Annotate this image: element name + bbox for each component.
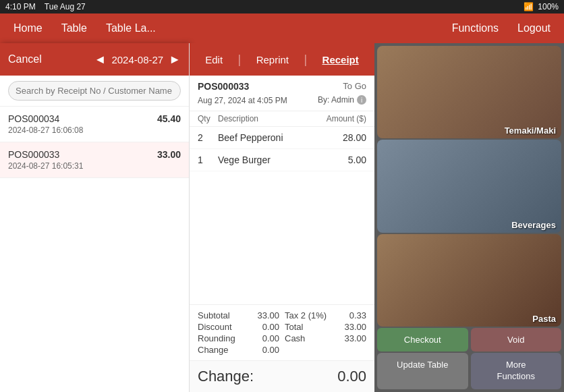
- main-area: Receipt No: Date: Qty Description Remark…: [0, 43, 564, 392]
- modal-overlay: Cancel ◄ 2024-08-27 ► POS000034 45.40 20…: [0, 43, 564, 392]
- receipt-list-panel: Cancel ◄ 2024-08-27 ► POS000034 45.40 20…: [0, 43, 189, 392]
- list-item[interactable]: POS000033 33.00 2024-08-27 16:05:31: [0, 142, 189, 178]
- receipt-items-list: POS000034 45.40 2024-08-27 16:06:08 POS0…: [0, 107, 189, 392]
- prev-date-button[interactable]: ◄: [94, 53, 107, 67]
- category-temaki-maki[interactable]: Temaki/Maki: [377, 46, 561, 138]
- nav-table[interactable]: Table: [53, 18, 95, 38]
- receipt-detail-panel: Edit | Reprint | Receipt POS000033 To Go…: [189, 43, 374, 392]
- status-bar: 4:10 PM Tue Aug 27 📶 100%: [0, 0, 564, 13]
- table-row: 1 Vege Burger 5.00: [190, 149, 374, 171]
- receipt-columns-header: Qty Description Amount ($): [190, 111, 374, 127]
- search-box: [0, 76, 189, 107]
- edit-button[interactable]: Edit: [200, 51, 228, 68]
- more-functions-button[interactable]: MoreFunctions: [471, 353, 562, 389]
- receipt-totals: Subtotal 33.00 Tax 2 (1%) 0.33 Discount …: [190, 304, 374, 360]
- right-panel: ⊡ Temaki/Maki Beverages Pasta Checko: [374, 43, 564, 392]
- reprint-button[interactable]: Reprint: [251, 51, 294, 68]
- status-time-date: 4:10 PM Tue Aug 27: [5, 2, 86, 11]
- search-input[interactable]: [8, 81, 181, 101]
- checkout-button[interactable]: Checkout: [377, 328, 468, 352]
- receipt-tab[interactable]: Receipt: [317, 51, 364, 68]
- nav-table-layout[interactable]: Table La...: [98, 18, 164, 38]
- cancel-button[interactable]: Cancel: [8, 53, 42, 65]
- date-navigator: ◄ 2024-08-27 ►: [94, 53, 181, 67]
- table-row: 2 Beef Pepperoni 28.00: [190, 127, 374, 149]
- wifi-icon: 📶: [524, 2, 534, 11]
- receipt-line-items: 2 Beef Pepperoni 28.00 1 Vege Burger 5.0…: [190, 127, 374, 304]
- category-pasta[interactable]: Pasta: [377, 234, 561, 327]
- update-table-button[interactable]: Update Table: [377, 353, 468, 389]
- info-icon[interactable]: i: [357, 95, 366, 105]
- receipt-info: POS000033 To Go Aug 27, 2024 at 4:05 PM …: [190, 76, 374, 111]
- nav-home[interactable]: Home: [5, 18, 51, 38]
- receipt-change-row: Change: 0.00: [190, 360, 374, 392]
- top-nav: Home Table Table La... Functions Logout: [0, 13, 564, 43]
- next-date-button[interactable]: ►: [169, 53, 181, 67]
- current-date: 2024-08-27: [111, 54, 163, 65]
- battery-icon: 100%: [538, 2, 559, 11]
- list-item[interactable]: POS000034 45.40 2024-08-27 16:06:08: [0, 107, 189, 142]
- nav-functions[interactable]: Functions: [444, 18, 507, 38]
- void-button[interactable]: Void: [471, 328, 562, 352]
- receipt-detail-header: Edit | Reprint | Receipt: [190, 43, 374, 76]
- category-beverages[interactable]: Beverages: [377, 140, 561, 232]
- nav-logout[interactable]: Logout: [509, 18, 559, 38]
- receipt-list-header: Cancel ◄ 2024-08-27 ►: [0, 43, 189, 76]
